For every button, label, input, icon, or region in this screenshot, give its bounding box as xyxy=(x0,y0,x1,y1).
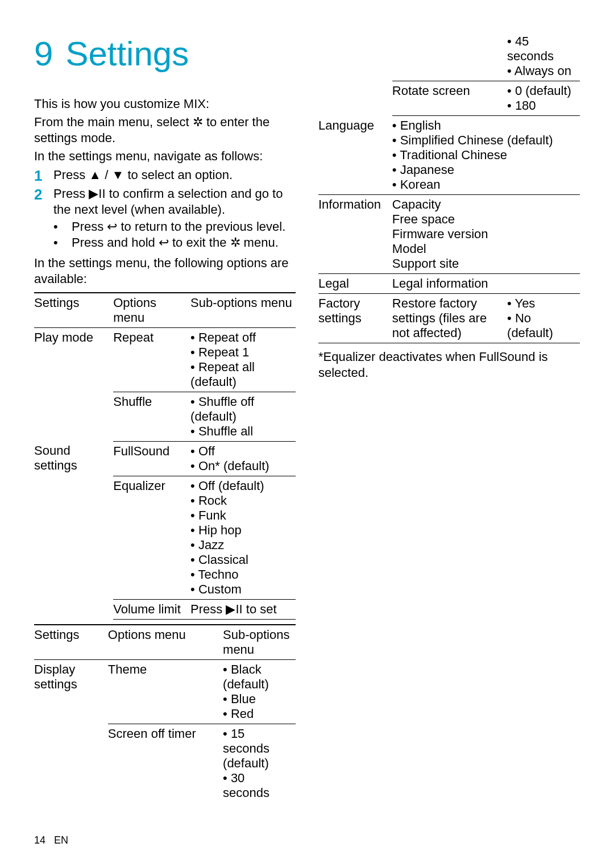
information-options: CapacityFree spaceFirmware versionModelS… xyxy=(392,195,580,274)
gear-icon: ✲ xyxy=(193,115,203,129)
table-row: Language • English• Simplified Chinese (… xyxy=(318,116,580,195)
settings-table-1: Settings Options menu Sub-options menu P… xyxy=(34,292,296,620)
step-list: 1 Press ▲ / ▼ to select an option. 2 Pre… xyxy=(34,167,296,251)
language-options: • English• Simplified Chinese (default)•… xyxy=(392,116,580,195)
table-header-row: Settings Options menu Sub-options menu xyxy=(34,293,296,328)
intro-line-1: This is how you customize MIX: xyxy=(34,96,296,112)
col-settings: Settings xyxy=(34,293,113,328)
chapter-title: Settings xyxy=(65,35,189,73)
back-icon: ↩ xyxy=(159,235,169,250)
col-suboptions: Sub-options menu xyxy=(223,625,296,660)
table-row: Legal Legal information xyxy=(318,274,580,294)
gear-icon: ✲ xyxy=(230,235,240,250)
substep-2: •Press and hold ↩ to exit the ✲ menu. xyxy=(53,235,296,251)
col-options: Options menu xyxy=(113,293,190,328)
back-icon: ↩ xyxy=(107,219,117,234)
table-row: Play mode Repeat • Repeat off• Repeat 1•… xyxy=(34,327,296,392)
footnote: *Equalizer deactivates when FullSound is… xyxy=(318,349,580,381)
page-footer: 14 EN xyxy=(34,834,68,846)
page-number: 14 xyxy=(34,834,45,846)
play-icon: ▶II xyxy=(89,186,105,201)
bullet-icon: • xyxy=(53,235,72,251)
rotate-options: • 0 (default)• 180 xyxy=(507,81,580,116)
equalizer-options: • Off (default)• Rock• Funk• Hip hop• Ja… xyxy=(190,476,296,599)
up-icon: ▲ xyxy=(89,168,101,182)
shuffle-options: • Shuffle off (default)• Shuffle all xyxy=(190,392,296,441)
col-settings: Settings xyxy=(34,625,108,660)
table-header-row: Settings Options menu Sub-options menu xyxy=(34,625,296,660)
table-row: Information CapacityFree spaceFirmware v… xyxy=(318,195,580,274)
down-icon: ▼ xyxy=(111,168,124,182)
available-text: In the settings menu, the following opti… xyxy=(34,255,296,287)
table-row: Sound settings FullSound • Off• On* (def… xyxy=(34,441,296,476)
table-row: Display settings Theme • Black (default)… xyxy=(34,659,296,724)
chapter-heading: 9Settings xyxy=(34,34,296,73)
step-1: 1 Press ▲ / ▼ to select an option. xyxy=(34,167,296,185)
bullet-icon: • xyxy=(53,219,72,235)
intro-line-3: In the settings menu, navigate as follow… xyxy=(34,148,296,164)
restore-options: • Yes• No (default) xyxy=(507,294,580,343)
col-options: Options menu xyxy=(108,625,223,660)
fullsound-options: • Off• On* (default) xyxy=(190,441,296,476)
repeat-options: • Repeat off• Repeat 1• Repeat all (defa… xyxy=(190,327,296,392)
step-2: 2 Press ▶II to confirm a selection and g… xyxy=(34,186,296,218)
col-suboptions: Sub-options menu xyxy=(190,293,296,328)
play-icon: ▶II xyxy=(226,602,242,616)
page-lang: EN xyxy=(54,834,68,846)
intro-line-2: From the main menu, select ✲ to enter th… xyxy=(34,114,296,146)
substep-1: •Press ↩ to return to the previous level… xyxy=(53,219,296,235)
table-row: Factory settings Restore factory setting… xyxy=(318,294,580,343)
chapter-number: 9 xyxy=(34,35,53,73)
theme-options: • Black (default)• Blue• Red xyxy=(223,659,296,724)
